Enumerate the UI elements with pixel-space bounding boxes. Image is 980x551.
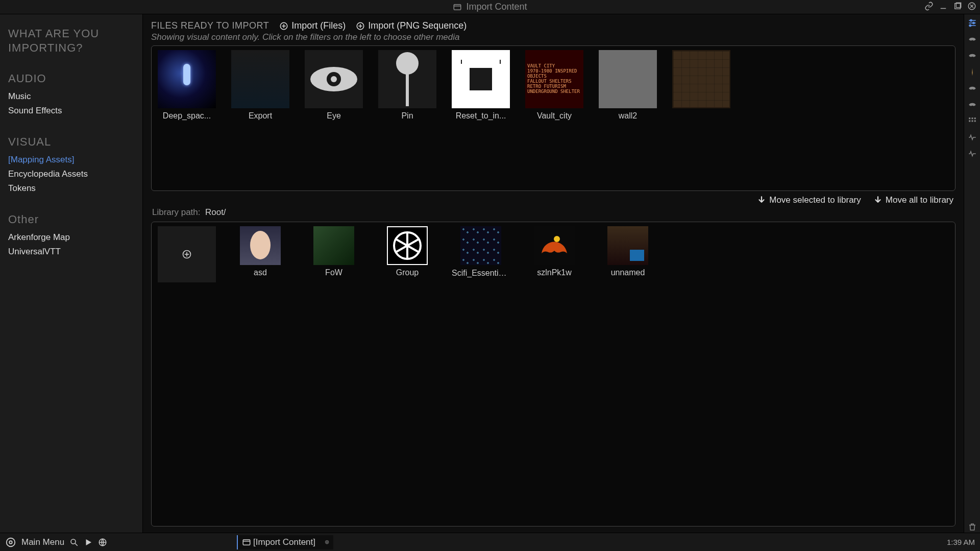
library-item-tile[interactable]: szlnPk1w [525, 226, 583, 282]
tile-label: unnamed [611, 268, 645, 277]
library-path-value[interactable]: Root/ [205, 207, 226, 217]
ready-file-tile[interactable]: Export [231, 50, 289, 121]
pin-icon [392, 51, 423, 107]
tile-label: Vault_city [537, 111, 572, 121]
tile-label: Deep_spac... [163, 111, 211, 121]
sidebar-item-encyclopedia-assets[interactable]: Encyclopedia Assets [8, 167, 134, 181]
library-item-tile[interactable]: Scifi_Essentials_example_5 [452, 226, 510, 282]
ready-file-tile[interactable]: Deep_spac... [158, 50, 216, 121]
bottombar: Main Menu [Import Content] ⊗ 1:39 AM [0, 533, 980, 551]
svg-rect-41 [969, 121, 970, 122]
thumbnail [313, 226, 354, 265]
link-icon[interactable] [924, 1, 934, 11]
maximize-button[interactable] [952, 1, 963, 11]
taskbar-tab-import-content[interactable]: [Import Content] ⊗ [237, 535, 333, 549]
thumbnail [240, 226, 281, 265]
move-all-button[interactable]: Move all to library [873, 195, 953, 205]
move-all-label: Move all to library [886, 195, 953, 205]
thumbnail [607, 226, 648, 265]
thumbnail [599, 50, 657, 108]
dragon-icon[interactable] [967, 34, 978, 45]
import-files-label: Import (Files) [291, 20, 346, 31]
close-button[interactable] [967, 1, 977, 11]
sidebar-heading: WHAT ARE YOU IMPORTING? [8, 27, 134, 55]
sidebar-item-mapping-assets[interactable]: [Mapping Assets] [8, 153, 134, 167]
tile-label: Reset_to_in... [456, 111, 506, 121]
import-header: FILES READY TO IMPORT Import (Files) Imp… [151, 20, 955, 31]
thumbnail [452, 50, 510, 108]
section-title-other: Other [8, 213, 134, 226]
sidebar-item-tokens[interactable]: Tokens [8, 181, 134, 196]
globe-icon[interactable] [98, 538, 107, 547]
svg-rect-49 [243, 539, 250, 545]
svg-rect-43 [974, 121, 975, 122]
svg-rect-40 [974, 117, 975, 119]
library-panel: asdFoWGroupScifi_Essentials_example_5szl… [151, 222, 955, 526]
eye-icon [308, 64, 359, 94]
import-png-button[interactable]: Import (PNG Sequence) [356, 20, 467, 31]
creature-icon [536, 233, 572, 258]
import-files-button[interactable]: Import (Files) [279, 20, 346, 31]
taskbar-tab-label: [Import Content] [253, 537, 315, 547]
thumbnail [387, 226, 428, 265]
minimize-button[interactable] [938, 1, 948, 11]
dragon-icon[interactable] [967, 50, 978, 61]
svg-rect-39 [971, 117, 973, 119]
sidebar-item-arkenforge[interactable]: Arkenforge Map [8, 230, 134, 245]
library-item-tile[interactable]: asd [231, 226, 289, 282]
ready-file-tile[interactable]: Reset_to_in... [452, 50, 510, 121]
svg-point-36 [972, 22, 974, 23]
titlebar: Import Content [0, 0, 980, 14]
ready-file-tile[interactable] [672, 50, 730, 121]
svg-rect-20 [470, 68, 492, 90]
settings-sliders-icon[interactable] [967, 17, 978, 29]
grid-icon[interactable] [967, 115, 978, 127]
sidebar-item-universalvtt[interactable]: UniversalVTT [8, 245, 134, 259]
tile-label: wall2 [619, 111, 637, 121]
window-title: Import Content [466, 2, 527, 12]
tab-close-icon[interactable]: ⊗ [325, 539, 329, 545]
tile-label: FoW [325, 268, 342, 277]
svg-rect-42 [971, 121, 973, 122]
dragon-icon[interactable] [967, 83, 978, 94]
add-library-folder[interactable] [158, 226, 216, 282]
dragon-icon[interactable] [967, 99, 978, 110]
svg-point-16 [331, 76, 337, 82]
search-icon[interactable] [69, 538, 79, 547]
ready-file-tile[interactable]: Eye [305, 50, 363, 121]
sidebar-item-sound-effects[interactable]: Sound Effects [8, 104, 134, 118]
trash-icon[interactable] [967, 521, 978, 533]
plus-circle-icon [182, 249, 192, 259]
arrow-down-icon [873, 196, 883, 205]
svg-line-47 [75, 543, 78, 546]
thumbnail [460, 226, 501, 265]
svg-point-45 [7, 538, 15, 546]
main-menu-button[interactable]: Main Menu [21, 537, 64, 547]
thumbnail [534, 226, 575, 265]
tile-label: Group [396, 268, 419, 277]
thumbnail [158, 50, 216, 108]
wave-icon[interactable] [967, 148, 978, 159]
library-item-tile[interactable]: unnamed [599, 226, 657, 282]
thumbnail [378, 50, 436, 108]
window-icon [242, 538, 251, 547]
plus-circle-icon [279, 21, 288, 31]
tile-label: szlnPk1w [537, 268, 572, 277]
library-item-tile[interactable]: FoW [305, 226, 363, 282]
thumbnail [672, 50, 730, 108]
svg-point-26 [250, 231, 271, 259]
svg-rect-38 [969, 117, 970, 119]
sidebar-item-music[interactable]: Music [8, 89, 134, 104]
thumbnail: VAULT CITY1970-1980 INSPIRED OBJECTSFALL… [525, 50, 583, 108]
gear-icon[interactable] [5, 537, 16, 548]
ready-file-tile[interactable]: wall2 [599, 50, 657, 121]
ready-file-tile[interactable]: Pin [378, 50, 436, 121]
move-selected-button[interactable]: Move selected to library [757, 195, 861, 205]
wave-icon[interactable] [967, 132, 978, 143]
library-item-tile[interactable]: Group [378, 226, 436, 282]
sword-icon[interactable] [967, 66, 978, 78]
tile-label: Scifi_Essentials_example_5 [452, 268, 510, 278]
svg-point-44 [9, 541, 12, 544]
play-icon[interactable] [84, 538, 93, 547]
ready-file-tile[interactable]: VAULT CITY1970-1980 INSPIRED OBJECTSFALL… [525, 50, 583, 121]
